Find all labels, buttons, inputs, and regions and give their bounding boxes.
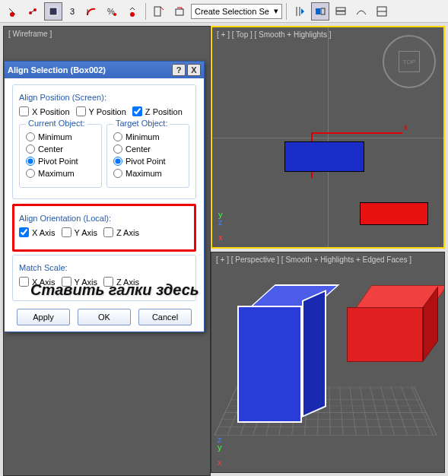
snap-face-icon[interactable]	[44, 2, 62, 21]
combo-text: Create Selection Se	[195, 7, 269, 16]
y-position-checkbox[interactable]: Y Position	[76, 106, 126, 116]
svg-rect-15	[336, 8, 345, 11]
current-pivot-radio[interactable]: Pivot Point	[26, 157, 95, 166]
edit-named-selection-icon[interactable]	[150, 2, 168, 21]
toolbar-separator	[286, 3, 287, 20]
schematic-view-icon[interactable]	[373, 2, 391, 21]
svg-rect-14	[321, 8, 325, 14]
target-minimum-radio[interactable]: Minimum	[113, 132, 183, 141]
named-selection-icon[interactable]	[170, 2, 189, 21]
viewport-top[interactable]: [ + ] [ Top ] [ Smooth + Highlights ] TO…	[211, 26, 445, 249]
svg-line-4	[30, 10, 35, 13]
object-box-blue[interactable]	[284, 141, 364, 172]
viewcube[interactable]: TOP	[383, 35, 436, 88]
dialog-titlebar[interactable]: Align Selection (Box002) ? X	[5, 62, 204, 78]
target-maximum-radio[interactable]: Maximum	[113, 169, 183, 178]
x-position-checkbox[interactable]: X Position	[19, 106, 70, 116]
main-toolbar: 3 % Create Selection Se ▾	[0, 0, 448, 23]
current-maximum-radio[interactable]: Maximum	[26, 169, 95, 178]
cancel-button[interactable]: Cancel	[138, 309, 192, 325]
z-position-checkbox[interactable]: Z Position	[132, 106, 183, 116]
svg-rect-12	[176, 9, 183, 15]
snap-vertex-icon[interactable]	[3, 2, 21, 21]
svg-point-8	[113, 13, 116, 16]
target-pivot-radio[interactable]: Pivot Point	[113, 157, 183, 166]
svg-point-9	[130, 12, 135, 17]
current-minimum-radio[interactable]: Minimum	[26, 132, 95, 141]
orient-x-axis-checkbox[interactable]: X Axis	[19, 227, 56, 237]
help-button[interactable]: ?	[172, 64, 186, 76]
target-object-legend: Target Object:	[113, 119, 170, 128]
ok-button[interactable]: OK	[78, 309, 131, 325]
current-object-legend: Current Object:	[26, 119, 87, 128]
selection-set-combo[interactable]: Create Selection Se ▾	[191, 4, 282, 19]
match-scale-label: Match Scale:	[19, 263, 189, 272]
percent-snap-icon[interactable]: %	[103, 2, 121, 21]
annotation-text: Ставить галки здесь	[30, 281, 199, 298]
dialog-title: Align Selection (Box002)	[8, 65, 170, 75]
viewport-persp-label: [ + ] [ Perspective ] [ Smooth + Highlig…	[216, 255, 411, 264]
curve-editor-icon[interactable]	[352, 2, 370, 21]
align-icon[interactable]	[311, 2, 329, 21]
highlight-annotation: Align Orientation (Local): X Axis Y Axis…	[12, 204, 196, 252]
gizmo-x-label: x	[404, 123, 408, 132]
world-axis-icon: y z x	[218, 211, 223, 241]
close-button[interactable]: X	[187, 64, 201, 76]
current-center-radio[interactable]: Center	[26, 144, 95, 154]
world-axis-icon: z y x	[218, 436, 222, 466]
toolbar-separator	[145, 3, 146, 20]
layer-manager-icon[interactable]	[332, 2, 350, 21]
viewport-left-label: [ Wireframe ]	[8, 30, 52, 38]
viewcube-face[interactable]: TOP	[399, 51, 420, 72]
svg-line-11	[160, 7, 164, 10]
align-orientation-label: Align Orientation (Local):	[19, 214, 189, 223]
chevron-down-icon: ▾	[274, 6, 278, 16]
target-center-radio[interactable]: Center	[113, 144, 183, 154]
mirror-icon[interactable]	[291, 2, 309, 21]
snap-edge-icon[interactable]	[24, 2, 42, 21]
object-box-red[interactable]	[360, 202, 428, 225]
svg-rect-16	[336, 11, 345, 14]
snap-value: 3	[65, 7, 80, 16]
svg-rect-13	[316, 8, 320, 14]
align-position-label: Align Position (Screen):	[19, 93, 189, 102]
svg-rect-5	[49, 8, 57, 15]
svg-rect-10	[154, 7, 160, 16]
apply-button[interactable]: Apply	[17, 309, 70, 325]
angle-snap-icon[interactable]	[82, 2, 100, 21]
viewport-top-label: [ + ] [ Top ] [ Smooth + Highlights ]	[217, 30, 331, 39]
spinner-snap-icon[interactable]	[123, 2, 141, 21]
orient-y-axis-checkbox[interactable]: Y Axis	[62, 227, 97, 237]
viewport-perspective[interactable]: [ + ] [ Perspective ] [ Smooth + Highlig…	[211, 252, 445, 473]
orient-z-axis-checkbox[interactable]: Z Axis	[103, 227, 139, 237]
